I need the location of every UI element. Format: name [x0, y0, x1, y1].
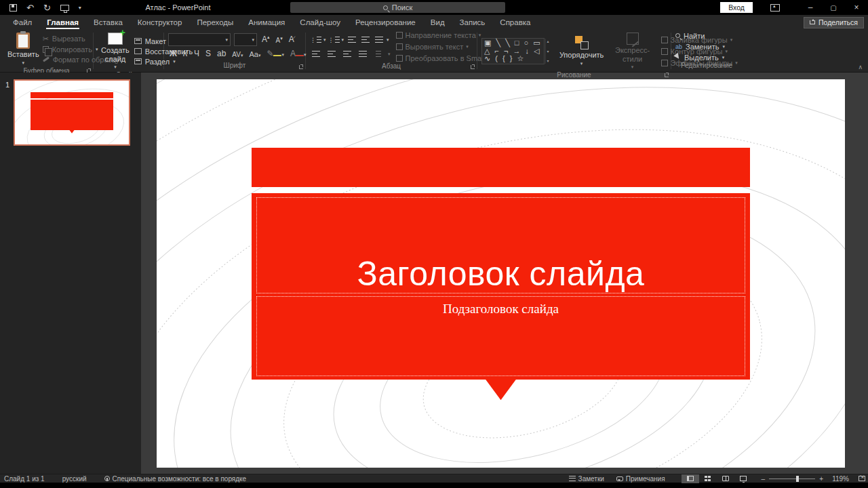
numbering-button[interactable] [328, 35, 340, 45]
collapse-ribbon-icon[interactable]: ∧ [858, 64, 863, 70]
subtitle-placeholder[interactable]: Подзаголовок слайда [256, 296, 745, 376]
ribbon-display-options-icon[interactable] [770, 4, 780, 12]
status-bar: Слайд 1 из 1 русский Специальные возможн… [0, 474, 868, 483]
shapes-gallery-scroll[interactable]: ▴▾▾ [545, 39, 552, 64]
slide-red-bar[interactable] [252, 148, 750, 187]
text-shadow-button[interactable]: S [204, 49, 212, 60]
slide-thumbnail-panel: 1 [0, 73, 141, 474]
format-painter-icon [43, 57, 50, 62]
new-slide-button[interactable]: Создать слайд ▾ [98, 31, 133, 71]
share-label: Поделиться [818, 18, 858, 26]
tab-slideshow[interactable]: Слайд-шоу [292, 16, 348, 30]
thumbnail-red-block [31, 100, 113, 130]
tab-record[interactable]: Запись [452, 16, 493, 30]
font-size-select[interactable]: ▾ [234, 33, 257, 46]
bullets-button[interactable] [310, 35, 321, 45]
tab-transitions[interactable]: Переходы [189, 16, 241, 30]
line-spacing-button[interactable] [373, 35, 384, 45]
comments-button[interactable]: Примечания [616, 475, 665, 483]
reading-view-button[interactable] [717, 474, 734, 483]
shapes-gallery[interactable]: ▣ ╲ ╲ □ ○ ▭ △ ⌐ ¬ → ↓ ◁ ∿ ( { } ☆ ▴▾▾ [481, 38, 545, 64]
zoom-slider-thumb[interactable] [796, 476, 799, 482]
save-icon[interactable] [9, 4, 17, 12]
character-spacing-button[interactable]: AV▾ [231, 50, 244, 59]
accessibility-icon [104, 476, 110, 481]
zoom-in-button[interactable]: + [819, 475, 823, 483]
undo-icon[interactable]: ↶ [26, 3, 34, 12]
change-case-button[interactable]: Aa▾ [248, 49, 262, 59]
tab-review[interactable]: Рецензирование [348, 16, 423, 30]
accessibility-status[interactable]: Специальные возможности: все в порядке [104, 475, 247, 483]
slide[interactable]: Заголовок слайда Подзаголовок слайда [157, 79, 845, 468]
find-button[interactable]: Найти [675, 32, 725, 40]
group-clipboard: Вставить ▾ ✂ Вырезать Копировать▾ Формат… [0, 30, 93, 72]
decrease-indent-button[interactable] [346, 35, 357, 45]
search-input[interactable]: Поиск [290, 2, 505, 13]
quick-styles-icon [627, 33, 639, 45]
title-placeholder[interactable]: Заголовок слайда [256, 197, 745, 293]
cut-icon: ✂ [43, 35, 49, 43]
quick-styles-button[interactable]: Экспресс-стили▾ [614, 31, 652, 71]
normal-view-button[interactable] [682, 474, 699, 483]
minimize-button[interactable]: – [799, 0, 822, 15]
dialog-launcher-icon[interactable] [471, 65, 475, 69]
close-button[interactable]: × [845, 0, 868, 15]
tab-design[interactable]: Конструктор [130, 16, 190, 30]
tab-home[interactable]: Главная [39, 16, 86, 30]
tab-file[interactable]: Файл [5, 16, 39, 30]
slideshow-view-button[interactable] [734, 474, 752, 483]
italic-button[interactable]: К [182, 49, 189, 60]
start-slideshow-icon[interactable] [60, 5, 69, 11]
smartart-icon [396, 55, 403, 62]
group-drawing: ▣ ╲ ╲ □ ○ ▭ △ ⌐ ¬ → ↓ ◁ ∿ ( { } ☆ ▴▾▾ Уп… [477, 30, 671, 72]
customize-qat-icon[interactable]: ▾ [79, 5, 81, 11]
fit-slide-to-window-icon[interactable] [859, 476, 865, 481]
share-icon [810, 20, 815, 24]
slide-sorter-icon [705, 476, 711, 481]
replace-icon: ab [675, 43, 682, 50]
signin-button[interactable]: Вход [720, 2, 753, 13]
strikethrough-button[interactable]: ab [216, 49, 227, 60]
tab-view[interactable]: Вид [423, 16, 452, 30]
clear-formatting-button[interactable]: А̷ [288, 34, 296, 45]
language-indicator[interactable]: русский [62, 475, 87, 483]
underline-button[interactable]: Ч [193, 49, 201, 60]
paste-button[interactable]: Вставить ▾ [4, 31, 43, 67]
tab-animations[interactable]: Анимация [241, 16, 292, 30]
increase-font-size-button[interactable]: А▴ [260, 34, 271, 45]
share-button[interactable]: Поделиться [804, 17, 864, 28]
highlight-color-button[interactable]: ✎▾ [265, 49, 285, 60]
bold-button[interactable]: Ж [168, 49, 178, 60]
justify-button[interactable] [357, 49, 368, 59]
titlebar: ↶ ↻ ▾ Атлас - PowerPoint Поиск Вход – ▢ … [0, 0, 868, 15]
maximize-button[interactable]: ▢ [822, 0, 845, 15]
arrange-button[interactable]: Упорядочить▾ [559, 35, 604, 68]
font-name-select[interactable]: ▾ [168, 33, 231, 46]
align-center-button[interactable] [326, 49, 337, 59]
align-left-button[interactable] [310, 49, 321, 59]
dialog-launcher-icon[interactable] [299, 65, 303, 69]
decrease-font-size-button[interactable]: А▾ [275, 35, 284, 45]
group-font: ▾ ▾ А▴ А▾ А̷ Ж К Ч S ab AV▾ Aa▾ ✎▾ А▾ Шр… [164, 30, 305, 72]
text-direction-icon [396, 32, 403, 39]
font-color-button[interactable]: А▾ [289, 49, 308, 60]
columns-button[interactable] [372, 49, 384, 59]
redo-icon[interactable]: ↻ [43, 3, 51, 12]
tab-help[interactable]: Справка [492, 16, 538, 30]
group-label-font: Шрифт [164, 62, 305, 72]
group-paragraph: ▾ ▾ ▾ ▾ Направление текста▾ [306, 30, 477, 72]
zoom-level[interactable]: 119% [827, 475, 849, 483]
reset-icon [134, 48, 142, 54]
replace-button[interactable]: ab Заменить▾ [675, 43, 725, 51]
shape-outline-icon [661, 48, 668, 55]
zoom-out-button[interactable]: – [762, 475, 766, 483]
slide-sorter-view-button[interactable] [699, 474, 717, 483]
zoom-slider[interactable] [769, 479, 815, 479]
slide-thumbnail[interactable] [14, 79, 130, 146]
quick-access-toolbar: ↶ ↻ ▾ [0, 3, 81, 12]
notes-button[interactable]: Заметки [569, 475, 604, 483]
align-right-button[interactable] [341, 49, 353, 59]
select-button[interactable]: Выделить▾ [675, 54, 725, 62]
group-label-paragraph: Абзац [306, 62, 477, 72]
increase-indent-button[interactable] [359, 35, 371, 45]
